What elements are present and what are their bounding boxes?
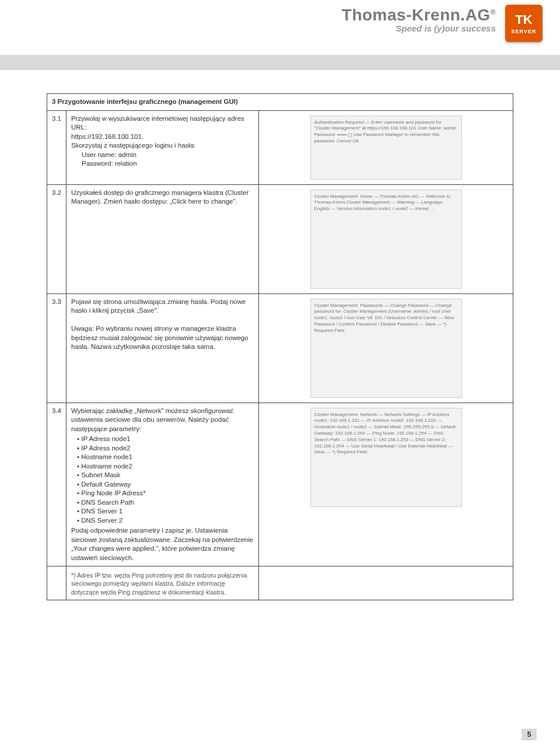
section-title-row: 3 Przygotowanie interfejsu graficznego (… [47,94,513,111]
param-item: DNS Server 2 [77,516,254,526]
step-number: 3.3 [47,293,66,403]
step-3-4-p2: Podaj odpowiednie parametry i zapisz je.… [71,526,254,562]
step-text: Wybierając zakładkę „Network" możesz sko… [66,403,259,566]
section-title-text: Przygotowanie interfejsu graficznego (ma… [58,98,238,105]
step-number: 3.1 [47,110,66,184]
step-screenshot-cell: Cluster Management: Passwords — Change P… [259,293,513,403]
screenshot-network-page: Cluster Management: Network — Network Se… [310,408,462,507]
param-item: IP Adress node1 [77,435,254,444]
step-3-1-p2: Skorzystaj z następującego loginu i hasł… [71,141,254,151]
page-number: 5 [522,729,537,740]
step-screenshot-cell: Cluster Management: Home — Thomas-Krenn.… [259,184,513,293]
step-screenshot-cell: Authentication Required — Enter username… [259,110,513,184]
footnote-empty-num [47,566,66,600]
row-footnote: *) Adres IP tzw. węzła Ping potrzebny je… [47,566,513,600]
screenshot-passwords-hint: Cluster Management: Passwords — Change P… [311,299,461,338]
footnote-empty-img [259,566,513,600]
param-item: Ping Node IP Adress* [77,489,254,498]
footnote-text: *) Adres IP tzw. węzła Ping potrzebny je… [71,571,254,596]
screenshot-cluster-home-hint: Cluster Management: Home — Thomas-Krenn.… [311,190,461,216]
param-item: IP Adress node2 [77,444,254,453]
network-params-list: IP Adress node1 IP Adress node2 Hostname… [77,435,254,525]
badge-bottom: SERVER [512,29,537,34]
screenshot-auth-dialog: Authentication Required — Enter username… [310,116,462,180]
uwaga-label: Uwaga: [71,325,94,332]
brand-name: Thomas-Krenn.AG® [342,6,496,25]
step-3-1-pass: Password: relation [82,159,254,169]
step-3-4-p1: Wybierając zakładkę „Network" możesz sko… [71,407,254,434]
step-screenshot-cell: Cluster Management: Network — Network Se… [259,403,513,566]
section-number: 3 [52,98,55,105]
step-3-2-p1: Uzyskałeś dostęp do graficznego managera… [71,188,254,207]
param-item: Hostname node2 [77,462,254,471]
step-3-1-p1: Przywołaj w wyszukiwarce internetowej na… [71,114,254,132]
step-number: 3.4 [47,403,66,566]
step-3-1-url: https://192.168.100.101. [71,132,254,142]
section-title-cell: 3 Przygotowanie interfejsu graficznego (… [47,94,513,111]
brand-registered: ® [491,8,496,16]
badge-top: TK [515,12,532,27]
step-text: Przywołaj w wyszukiwarce internetowej na… [66,110,259,184]
step-text: Uzyskałeś dostęp do graficznego managera… [66,184,259,293]
screenshot-network-hint: Cluster Management: Network — Network Se… [311,408,461,460]
header-gray-bar [0,55,560,70]
param-item: Subnet Mask [77,471,254,480]
step-3-3-uwaga: Uwaga: Po wybraniu nowej strony w manage… [71,324,254,352]
row-3-2: 3.2 Uzyskałeś dostęp do graficznego mana… [47,184,513,293]
step-number: 3.2 [47,184,66,293]
param-item: Default Gateway [77,480,254,489]
row-3-3: 3.3 Pojawi się strona umożliwiająca zmia… [47,293,513,403]
brand-logo-block: Thomas-Krenn.AG® Speed is (y)our success [342,6,496,33]
uwaga-body: Po wybraniu nowej strony w managerze kla… [71,325,249,350]
step-text: Pojawi się strona umożliwiająca zmianę h… [66,293,259,403]
screenshot-auth-dialog-hint: Authentication Required — Enter username… [311,116,461,148]
param-item: DNS Search Path [77,498,254,508]
param-item: Hostname node1 [77,453,254,462]
screenshot-passwords-page: Cluster Management: Passwords — Change P… [310,299,462,398]
brand-tagline: Speed is (y)our success [342,23,496,33]
screenshot-cluster-home: Cluster Management: Home — Thomas-Krenn.… [310,190,462,289]
step-3-3-p1: Pojawi się strona umożliwiająca zmianę h… [71,298,254,316]
param-item: DNS Server 1 [77,507,254,516]
step-3-1-user: User name: admin [82,151,254,160]
row-3-4: 3.4 Wybierając zakładkę „Network" możesz… [47,403,513,566]
page-content: 3 Przygotowanie interfejsu graficznego (… [47,93,513,600]
row-3-1: 3.1 Przywołaj w wyszukiwarce internetowe… [47,110,513,184]
instruction-table: 3 Przygotowanie interfejsu graficznego (… [47,93,513,600]
tk-server-badge: TK SERVER [505,5,542,42]
footnote-cell: *) Adres IP tzw. węzła Ping potrzebny je… [66,566,259,600]
brand-text: Thomas-Krenn.AG [342,6,491,24]
